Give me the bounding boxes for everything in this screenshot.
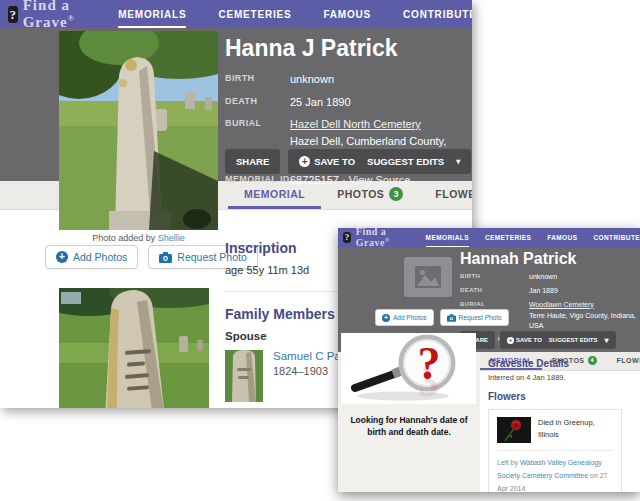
looking-for-text: Looking for Hannah's date of birth and d… <box>344 414 474 439</box>
death-label-small: DEATH <box>460 286 529 297</box>
cemetery-link-small[interactable]: Woodlawn Cemetery <box>529 301 594 308</box>
save-to-button-small[interactable]: +SAVE TO <box>507 337 542 344</box>
save-to-label-small: SAVE TO <box>516 337 542 343</box>
nav-cemeteries[interactable]: CEMETERIES <box>218 0 291 28</box>
gravestone-closeup-photo[interactable] <box>59 288 209 408</box>
gravesite-details-text: Interred on 4 Jan 1889. <box>488 373 634 382</box>
birth-value-small: unknown <box>529 272 557 283</box>
save-suggest-group-small: +SAVE TO SUGGEST EDITS ▾ <box>500 331 616 349</box>
share-button[interactable]: SHARE <box>225 149 280 174</box>
findagrave-logo-small[interactable]: ? Find a Grave® <box>343 228 404 249</box>
camera-icon-small <box>447 314 456 322</box>
magnifier-question-image: ? ? <box>341 333 476 404</box>
suggest-edits-button-small[interactable]: SUGGEST EDITS <box>549 337 598 343</box>
flower-card-divider <box>497 450 613 451</box>
gravestone-photo[interactable] <box>59 31 218 230</box>
memorial-content-small: Gravesite Details Interred on 4 Jan 1889… <box>488 358 634 492</box>
question-mark-photo[interactable]: ? ? <box>341 333 476 404</box>
separator-dot: · <box>342 174 346 186</box>
view-source-link[interactable]: View Source <box>349 174 411 186</box>
add-photos-button[interactable]: + Add Photos <box>45 245 138 269</box>
burial-label-small: BURIAL <box>460 300 529 333</box>
plus-icon: + <box>299 156 310 167</box>
memorial-name: Hanna J Patrick <box>225 35 467 62</box>
birth-label: BIRTH <box>225 71 290 88</box>
flower-left-by: Left by Wabash Valley Genealogy Society … <box>497 457 613 492</box>
top-navbar: ? Find a Grave® MEMORIALS CEMETERIES FAM… <box>0 0 472 28</box>
nav-famous[interactable]: FAMOUS <box>323 0 371 28</box>
chevron-down-icon-small[interactable]: ▾ <box>605 336 609 345</box>
birth-fact: BIRTH unknown <box>225 71 467 88</box>
nav-contribute-small[interactable]: CONTRIBUTE <box>593 228 640 247</box>
death-label: DEATH <box>225 94 290 111</box>
nav-memorials[interactable]: MEMORIALS <box>118 0 186 28</box>
brand-text: Find a Grave <box>23 0 70 30</box>
gravesite-details-title: Gravesite Details <box>488 358 634 369</box>
plus-circle-icon: + <box>56 251 68 263</box>
photo-caption-text: Photo added by <box>92 233 155 243</box>
left-by-prefix: Left by <box>497 459 518 466</box>
burial-location-small: Terre Haute, Vigo County, Indiana, USA <box>529 312 636 330</box>
nav-cemeteries-small[interactable]: CEMETERIES <box>485 228 531 247</box>
save-to-button[interactable]: +SAVE TO <box>299 156 355 167</box>
birth-value: unknown <box>290 71 334 88</box>
chevron-down-icon[interactable]: ▾ <box>456 157 460 166</box>
save-to-label: SAVE TO <box>314 156 355 167</box>
memorial-actions: SHARE +SAVE TO SUGGEST EDITS ▾ <box>225 149 471 174</box>
gravestone-closeup-image <box>59 288 209 408</box>
plus-circle-icon-small: + <box>382 314 390 322</box>
birth-label-small: BIRTH <box>460 272 529 283</box>
memorial-actions-small: SHARE +SAVE TO SUGGEST EDITS ▾ <box>460 331 616 349</box>
gravestone-photo-image <box>59 31 218 230</box>
memorial-id-number: 68725157 <box>290 174 339 186</box>
nav-items: MEMORIALS CEMETERIES FAMOUS CONTRIBUTE <box>118 0 472 28</box>
plus-icon-small: + <box>507 337 514 344</box>
rose-image <box>497 417 531 443</box>
memorial-name-small: Hannah Patrick <box>460 250 636 268</box>
nav-contribute[interactable]: CONTRIBUTE <box>403 0 472 28</box>
nav-famous-small[interactable]: FAMOUS <box>547 228 577 247</box>
spouse-thumb-image <box>225 350 263 402</box>
photo-contributor-link[interactable]: Shellie <box>158 233 185 243</box>
findagrave-logo-icon: ? <box>8 6 18 23</box>
death-fact-small: DEATH Jan 1889 <box>460 286 636 297</box>
flower-card: Died in Greenup, Illinois Left by Wabash… <box>488 409 622 492</box>
flowers-title-small: Flowers <box>488 391 634 402</box>
photo-caption: Photo added by Shellie <box>49 233 228 243</box>
death-value-small: Jan 1889 <box>529 286 558 297</box>
desktop-stage: ? Find a Grave® MEMORIALS CEMETERIES FAM… <box>0 0 640 501</box>
brand-name: Find a Grave® <box>23 0 82 31</box>
birth-fact-small: BIRTH unknown <box>460 272 636 283</box>
death-value: 25 Jan 1890 <box>290 94 351 111</box>
flower-photo[interactable] <box>497 417 531 443</box>
add-photos-label: Add Photos <box>73 251 127 263</box>
brand-tm: ® <box>68 14 75 23</box>
brand-tm-small: ® <box>385 237 390 243</box>
flower-message: Died in Greenup, Illinois <box>538 417 613 443</box>
photo-placeholder <box>404 257 452 297</box>
top-navbar-small: ? Find a Grave® MEMORIALS CEMETERIES FAM… <box>338 228 640 247</box>
nav-memorials-small[interactable]: MEMORIALS <box>426 228 469 247</box>
brand-text-small: Find a Grave <box>356 228 387 249</box>
svg-text:?: ? <box>418 355 441 404</box>
death-fact: DEATH 25 Jan 1890 <box>225 94 467 111</box>
add-photos-label-small: Add Photos <box>393 314 427 321</box>
brand-name-small: Find a Grave® <box>356 228 404 249</box>
cemetery-link[interactable]: Hazel Dell North Cemetery <box>290 118 421 130</box>
add-photos-button-small[interactable]: + Add Photos <box>375 309 434 326</box>
save-suggest-group: +SAVE TO SUGGEST EDITS ▾ <box>288 149 471 174</box>
burial-fact-small: BURIAL Woodlawn Cemetery Terre Haute, Vi… <box>460 300 636 333</box>
flower-card-row: Died in Greenup, Illinois <box>497 417 613 443</box>
nav-items-small: MEMORIALS CEMETERIES FAMOUS CONTRIBUTE <box>426 228 640 247</box>
camera-icon <box>159 252 172 263</box>
findagrave-logo[interactable]: ? Find a Grave® <box>8 0 82 31</box>
spouse-photo-thumb[interactable] <box>225 350 263 402</box>
findagrave-logo-icon-small: ? <box>343 232 351 243</box>
suggest-edits-button[interactable]: SUGGEST EDITS <box>367 156 444 167</box>
burial-value-small: Woodlawn Cemetery Terre Haute, Vigo Coun… <box>529 300 636 333</box>
image-placeholder-icon <box>415 266 441 288</box>
memorial-page-hannah: ? Find a Grave® MEMORIALS CEMETERIES FAM… <box>338 228 640 492</box>
